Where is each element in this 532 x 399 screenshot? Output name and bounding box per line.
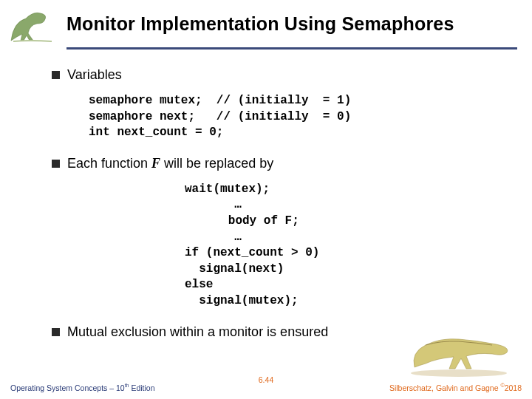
footer-center: 6.44 [259,375,273,384]
text-frag: Each function [67,156,151,171]
bullet-text: Each function F will be replaced by [67,156,273,171]
text-frag: Edition [129,383,155,392]
text-frag: Silberschatz, Galvin and Gagne [389,383,501,392]
footer-left: Operating System Concepts – 10th Edition [10,383,155,392]
code-line: body of F; [185,214,377,230]
svg-point-0 [411,369,507,377]
text-frag-bold: F [151,156,160,171]
code-line: … [185,230,377,246]
bullet-each-function: Each function F will be replaced by [52,156,510,171]
bullet-text: Mutual exclusion within a monitor is ens… [67,324,328,340]
text-frag: 2018 [505,383,522,392]
slide-header: Monitor Implementation Using Semaphores [0,0,532,44]
dinosaur-left-icon [7,7,59,44]
code-line: signal(next) [185,262,377,278]
text-frag: Operating System Concepts – 10 [10,383,125,392]
code-block-variables: semaphore mutex; // (initially = 1) sema… [52,93,510,141]
code-line: else [185,277,377,293]
slide-title: Monitor Implementation Using Semaphores [66,13,454,35]
code-block-function-body: wait(mutex); … body of F; …if (next_coun… [185,182,377,310]
code-line: wait(mutex); [185,182,377,198]
bullet-variables: Variables [52,67,510,83]
code-line: signal(mutex); [185,293,377,310]
bullet-text: Variables [67,67,122,83]
dinosaur-right-icon [403,323,514,378]
footer-right: Silberschatz, Galvin and Gagne ©2018 [389,383,522,392]
slide-footer: Operating System Concepts – 10th Edition… [0,383,532,392]
code-line: … [185,197,377,214]
slide-content: Variables semaphore mutex; // (initially… [0,50,532,340]
code-line: if (next_count > 0) [185,245,377,262]
square-bullet-icon [52,71,60,79]
square-bullet-icon [52,328,60,336]
square-bullet-icon [52,160,60,168]
text-frag: will be replaced by [160,156,273,171]
